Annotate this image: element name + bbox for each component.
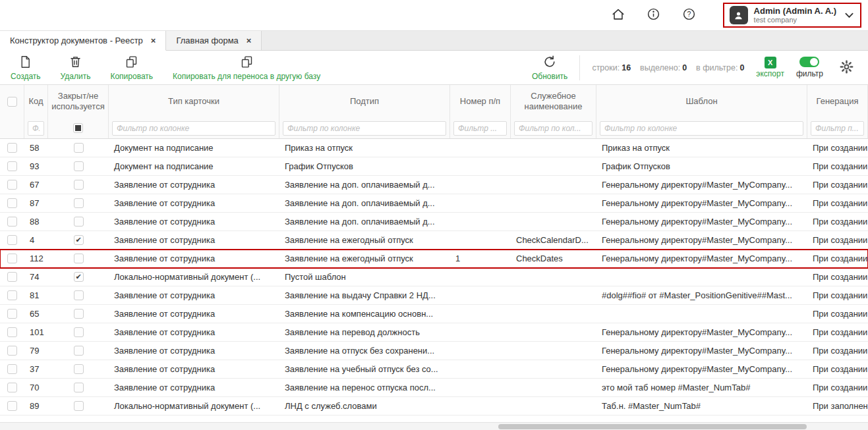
cell-closed xyxy=(48,254,109,263)
filter-cell-template xyxy=(596,118,807,138)
table-row[interactable]: 58Документ на подписаниеПриказ на отпуск… xyxy=(0,139,868,157)
closed-checkbox[interactable] xyxy=(74,346,84,356)
column-titles: Код Закрыт/не используется Тип карточки … xyxy=(0,85,868,118)
copy-button[interactable]: Копировать xyxy=(110,55,153,81)
row-checkbox[interactable] xyxy=(7,217,17,227)
closed-checkbox[interactable] xyxy=(74,180,84,190)
close-icon[interactable]: × xyxy=(151,36,156,45)
table-row[interactable]: 70Заявление от сотрудникаЗаявление на пе… xyxy=(0,379,868,397)
cell-generation: При создании xyxy=(807,272,868,282)
filter-type-input[interactable] xyxy=(112,121,275,136)
row-checkbox[interactable] xyxy=(7,364,17,374)
closed-checkbox[interactable] xyxy=(74,217,84,227)
row-checkbox[interactable] xyxy=(7,309,17,319)
table-row[interactable]: 4Заявление от сотрудникаЗаявление на еже… xyxy=(0,231,868,250)
closed-filter-checkbox[interactable] xyxy=(73,123,83,133)
closed-checkbox[interactable] xyxy=(74,143,84,153)
column-header-generation[interactable]: Генерация xyxy=(807,85,868,118)
tab-document-constructor-registry[interactable]: Конструктор документов - Реестр × xyxy=(0,31,166,51)
closed-checkbox-checked[interactable] xyxy=(74,272,84,282)
row-checkbox[interactable] xyxy=(7,401,17,411)
cell-code: 93 xyxy=(24,161,48,171)
filter-toggle[interactable]: фильтр xyxy=(796,57,823,78)
delete-button[interactable]: Копировать Удалить xyxy=(61,55,91,81)
settings-button[interactable] xyxy=(835,59,857,76)
copy-transfer-button[interactable]: Копировать для переноса в другую базу xyxy=(173,55,320,81)
closed-checkbox[interactable] xyxy=(74,161,84,171)
table-row[interactable]: 93Документ на подписаниеГрафик ОтпусковГ… xyxy=(0,157,868,176)
closed-checkbox[interactable] xyxy=(74,290,84,300)
cell-template: Генеральному директору#Master_MyCompany.… xyxy=(596,180,807,190)
refresh-button[interactable]: Обновить xyxy=(532,55,567,81)
cell-generation: При заполнении xyxy=(807,401,868,411)
cell-subtype: Заявление на учебный отпуск без со... xyxy=(279,364,450,374)
filter-template-input[interactable] xyxy=(600,121,803,136)
tab-main-form[interactable]: Главная форма × xyxy=(166,31,262,50)
column-header-number[interactable]: Номер п/п xyxy=(450,85,511,118)
closed-checkbox[interactable] xyxy=(74,309,84,319)
toggle-on-icon[interactable] xyxy=(799,57,819,67)
row-checkbox[interactable] xyxy=(7,346,17,356)
filter-generation-input[interactable] xyxy=(811,121,864,136)
table-row[interactable]: 79Заявление от сотрудникаЗаявление на от… xyxy=(0,342,868,360)
closed-checkbox-checked[interactable] xyxy=(74,235,84,245)
row-checkbox[interactable] xyxy=(7,235,17,245)
column-header-code[interactable]: Код xyxy=(24,85,48,118)
column-header-service[interactable]: Служебное наименование xyxy=(511,85,596,118)
scrollbar-thumb[interactable] xyxy=(498,424,807,429)
column-header-subtype[interactable]: Подтип xyxy=(279,85,450,118)
row-select-cell xyxy=(0,272,24,282)
closed-checkbox[interactable] xyxy=(74,198,84,208)
close-icon[interactable]: × xyxy=(246,36,252,45)
cell-closed xyxy=(48,401,109,411)
home-button[interactable] xyxy=(600,2,636,28)
table-row[interactable]: 65Заявление от сотрудникаЗаявление на ко… xyxy=(0,305,868,323)
create-button[interactable]: Создать xyxy=(11,55,41,81)
cell-closed xyxy=(48,272,109,282)
filter-code-input[interactable] xyxy=(28,121,44,136)
column-header-type[interactable]: Тип карточки xyxy=(109,85,279,118)
closed-checkbox[interactable] xyxy=(74,383,84,392)
filter-service-input[interactable] xyxy=(514,121,593,136)
table-row[interactable]: 81Заявление от сотрудникаЗаявление на вы… xyxy=(0,286,868,305)
info-button[interactable] xyxy=(636,2,672,28)
closed-checkbox[interactable] xyxy=(74,401,84,411)
row-checkbox[interactable] xyxy=(7,383,17,392)
cell-code: 67 xyxy=(24,180,48,190)
row-checkbox[interactable] xyxy=(7,327,17,337)
filter-subtype-input[interactable] xyxy=(283,121,446,136)
table-row[interactable]: 37Заявление от сотрудникаЗаявление на уч… xyxy=(0,360,868,379)
table-row[interactable]: 89Локально-нормативный документ (...ЛНД … xyxy=(0,397,868,416)
row-checkbox[interactable] xyxy=(7,254,17,263)
row-checkbox[interactable] xyxy=(7,161,17,171)
table-row[interactable]: 74Локально-нормативный документ (...Пуст… xyxy=(0,268,868,286)
row-checkbox[interactable] xyxy=(7,198,17,208)
table-row-highlighted[interactable]: 112Заявление от сотрудникаЗаявление на е… xyxy=(0,250,868,268)
table-row[interactable]: 67Заявление от сотрудникаЗаявление на до… xyxy=(0,176,868,194)
help-button[interactable]: ? xyxy=(672,2,707,28)
row-checkbox[interactable] xyxy=(7,180,17,190)
row-checkbox[interactable] xyxy=(7,143,17,153)
row-checkbox[interactable] xyxy=(7,272,17,282)
table-row[interactable]: 87Заявление от сотрудникаЗаявление на до… xyxy=(0,194,868,213)
export-button[interactable]: X экспорт xyxy=(756,57,784,78)
column-header-template[interactable]: Шаблон xyxy=(596,85,807,118)
table-row[interactable]: 101Заявление от сотрудникаЗаявление на п… xyxy=(0,323,868,342)
select-all-checkbox[interactable] xyxy=(7,97,17,107)
row-checkbox[interactable] xyxy=(7,290,17,300)
cell-code: 87 xyxy=(24,198,48,208)
closed-checkbox[interactable] xyxy=(74,364,84,374)
column-header-closed[interactable]: Закрыт/не используется xyxy=(48,85,109,118)
table-row[interactable]: 88Заявление от сотрудникаЗаявление на до… xyxy=(0,213,868,231)
horizontal-scrollbar[interactable] xyxy=(0,422,868,430)
cell-closed xyxy=(48,198,109,208)
cell-type: Документ на подписание xyxy=(109,161,279,171)
cell-closed xyxy=(48,161,109,171)
user-menu[interactable]: Admin (Admin A. A.) test company xyxy=(723,3,861,28)
closed-checkbox[interactable] xyxy=(74,327,84,337)
svg-text:?: ? xyxy=(687,10,691,18)
copy-icon xyxy=(125,55,138,71)
filter-number-input[interactable] xyxy=(453,121,507,136)
cell-subtype: Заявление на ежегодный отпуск xyxy=(279,254,450,263)
closed-checkbox[interactable] xyxy=(74,254,84,263)
